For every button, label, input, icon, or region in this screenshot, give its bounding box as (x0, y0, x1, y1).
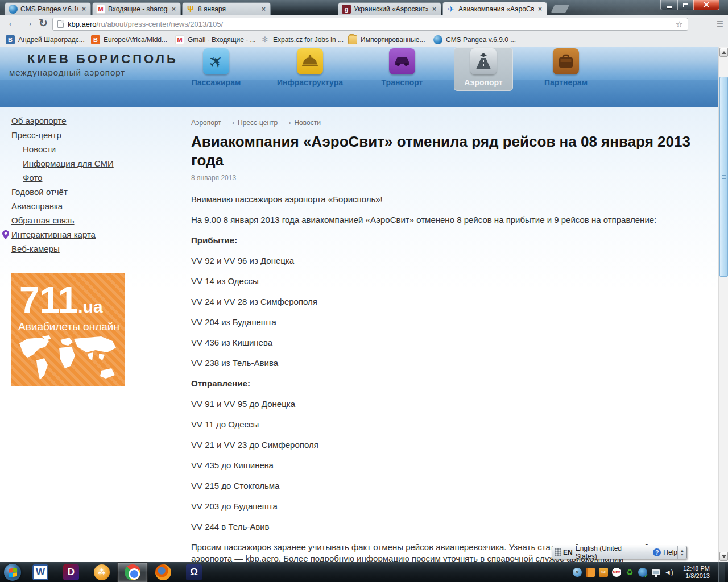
taskbar-lotus-button[interactable]: ⁂ (86, 562, 117, 582)
tab-title: 8 января (198, 5, 258, 13)
chrome-menu-icon[interactable]: ≡ (717, 17, 723, 31)
sidebar-item-annual-report[interactable]: Годовой отчёт (11, 188, 176, 197)
address-bar[interactable]: kbp.aero/ru/about/press-center/news/2013… (52, 18, 688, 31)
sidebar-item-interactive-map[interactable]: Интерактивная карта (11, 230, 176, 239)
banner-711ua[interactable]: 711.ua Авиабилеты онлайн (11, 273, 125, 386)
tab-gmail-inbox[interactable]: M Входящие - sharogradskiy × (92, 2, 181, 15)
sidebar-item-press-center[interactable]: Пресс-центр (11, 131, 176, 140)
pangea-favicon-icon (433, 35, 442, 44)
scroll-down-icon (722, 555, 726, 558)
tray-mail-icon[interactable]: ✉ (599, 568, 608, 577)
tab-close-icon[interactable]: × (81, 5, 87, 13)
departures-heading: Отправление: (191, 378, 690, 389)
tray-messenger-icon[interactable]: ✕ (573, 568, 582, 577)
tab-close-icon[interactable]: × (537, 5, 543, 13)
article-paragraph: На 9.00 8 января 2013 года авиакомпанией… (191, 214, 690, 226)
nav-transport[interactable]: Транспорт (368, 48, 436, 88)
bookmark-gmail[interactable]: M Gmail - Входящие - ... (175, 35, 256, 44)
car-icon (389, 48, 415, 74)
v-favicon-icon: В (6, 35, 15, 44)
nav-airport-active[interactable]: Аэропорт (449, 48, 518, 88)
tab-close-icon[interactable]: × (431, 5, 437, 13)
tray-network-icon[interactable] (651, 568, 660, 577)
nav-label[interactable]: Пассажирам (192, 78, 241, 87)
arrival-flight: VV 436 из Кишинева (191, 337, 690, 348)
language-bar[interactable]: EN English (United States) ? Help ▲▼ (552, 546, 687, 559)
minimize-button[interactable] (660, 0, 677, 10)
departure-flight: VV 91 и VV 95 до Донецка (191, 398, 690, 410)
airplane-favicon-icon: ✈ (446, 5, 456, 14)
forward-icon[interactable]: → (23, 16, 34, 29)
sidebar-item-photo[interactable]: Фото (11, 173, 176, 182)
g-favicon-icon: g (342, 5, 351, 14)
breadcrumb-airport[interactable]: Аэропорт (191, 119, 221, 127)
nav-infrastructure[interactable]: Инфраструктура (276, 48, 344, 88)
tab-aerosvit-news[interactable]: g Украинский «Аэросвит» × (338, 2, 441, 15)
taskbar-word-button[interactable]: W (25, 562, 56, 582)
sidebar-item-feedback[interactable]: Обратная связь (11, 216, 176, 225)
reload-icon[interactable]: ↻ (39, 16, 48, 30)
maximize-icon (683, 3, 688, 7)
minimize-icon (667, 6, 672, 8)
breadcrumb-news[interactable]: Новости (294, 119, 320, 127)
taskbar-firefox-button[interactable] (148, 562, 179, 582)
tray-dictionary-icon[interactable] (586, 568, 595, 577)
taskbar-omega-button[interactable]: Ω (179, 562, 209, 582)
bookmark-europe-africa[interactable]: B Europe/Africa/Midd... (91, 35, 167, 44)
sidebar-item-about[interactable]: Об аэропорте (11, 117, 176, 126)
tab-close-icon[interactable]: × (171, 5, 177, 13)
tab-active-aerosvit-cancel[interactable]: ✈ Авиакомпания «АэроСви × (442, 2, 547, 15)
tab-8-january[interactable]: Ψ 8 января × (182, 2, 271, 15)
language-code[interactable]: EN (563, 548, 573, 556)
departure-flight: VV 215 до Стокгольма (191, 480, 690, 492)
maximize-button[interactable] (677, 0, 693, 10)
banner-subtitle: Авиабилеты онлайн (18, 321, 119, 333)
bookmark-imported-folder[interactable]: Импортированные... (348, 35, 425, 44)
nav-label[interactable]: Аэропорт (464, 78, 502, 87)
bookmark-expats[interactable]: ✻ Expats.cz for Jobs in ... (260, 35, 344, 44)
taskbar-clock[interactable]: 12:48 PM 1/8/2013 (677, 565, 714, 580)
langbar-grip-icon[interactable] (555, 548, 561, 556)
show-desktop-button[interactable] (718, 562, 725, 582)
sidebar-item-news[interactable]: Новости (11, 145, 176, 154)
nav-label[interactable]: Инфраструктура (277, 78, 343, 87)
gmail-favicon-icon: M (96, 5, 105, 14)
tray-monitor-icon[interactable] (638, 568, 647, 577)
help-icon: ? (653, 548, 661, 556)
tab-cms-pangea[interactable]: CMS Pangea v.6.10.0 | Sea × (5, 2, 91, 15)
sidebar-item-avia-help[interactable]: Авиасправка (11, 202, 176, 211)
tray-mex-icon[interactable]: МЕХ (612, 568, 621, 577)
nav-label[interactable]: Транспорт (382, 78, 423, 87)
bookmark-cms-pangea[interactable]: CMS Pangea v.6.9.0 ... (433, 35, 516, 44)
nav-partners[interactable]: Партнерам (532, 48, 600, 88)
bookmark-star-icon[interactable]: ☆ (676, 19, 683, 30)
close-button[interactable]: ✕ (693, 0, 719, 10)
departure-flight: VV 21 и VV 23 до Симферополя (191, 439, 690, 451)
bookmark-label: Expats.cz for Jobs in ... (273, 36, 344, 44)
gmail-favicon-icon: M (175, 35, 184, 44)
sidebar-item-webcams[interactable]: Веб-камеры (11, 244, 176, 253)
nav-label[interactable]: Партнерам (544, 78, 588, 87)
nav-passengers[interactable]: ✈ Пассажирам (182, 48, 250, 88)
scrollbar-thumb[interactable] (719, 77, 728, 277)
departure-flight: VV 203 до Будапешта (191, 501, 690, 512)
screen: CMS Pangea v.6.10.0 | Sea × M Входящие -… (0, 0, 728, 582)
sidebar-item-media-info[interactable]: Информация для СМИ (11, 159, 176, 168)
start-button[interactable] (0, 562, 25, 582)
breadcrumb-press-center[interactable]: Пресс-центр (238, 119, 278, 127)
word-icon: W (32, 564, 48, 580)
tray-update-icon[interactable]: ♻ (625, 568, 634, 577)
taskbar-d-app-button[interactable]: D (56, 562, 86, 582)
scroll-down-button[interactable] (719, 552, 728, 561)
tab-close-icon[interactable]: × (260, 5, 267, 13)
back-icon[interactable]: ← (7, 16, 18, 29)
taskbar-chrome-button-active[interactable] (117, 562, 148, 582)
bookmark-andrey[interactable]: В Андрей Шароградс... (6, 35, 85, 44)
language-name[interactable]: English (United States) (576, 544, 646, 560)
new-tab-button[interactable] (551, 5, 570, 13)
page-scrollbar[interactable] (718, 47, 728, 562)
tray-volume-icon[interactable]: ◄) (664, 568, 673, 577)
scroll-up-button[interactable] (719, 48, 728, 57)
langbar-help[interactable]: ? Help (653, 548, 677, 556)
langbar-options-icon[interactable]: ▲▼ (677, 546, 686, 559)
